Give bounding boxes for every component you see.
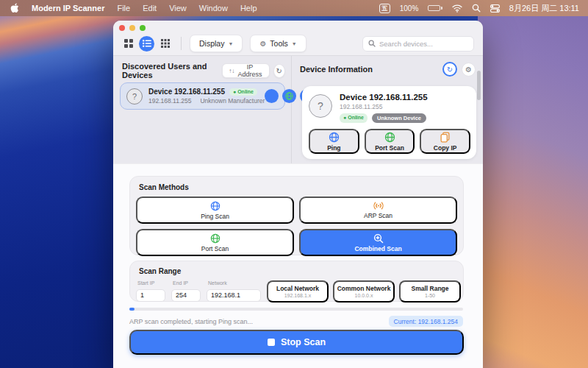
device-information-panel: Device Information ↻ ⚙ ? Device 192.168.…	[292, 56, 483, 163]
local-network-label: Local Network	[276, 285, 319, 292]
menu-bar: Modern IP Scanner File Edit View Window …	[0, 0, 588, 16]
menu-edit[interactable]: Edit	[143, 4, 157, 13]
globe-blue-icon	[329, 132, 340, 143]
window-titlebar: Display ▼ ⚙ Tools ▼	[113, 21, 483, 56]
info-device-ip: 192.168.11.255	[340, 103, 428, 110]
network-label: Network	[208, 280, 261, 286]
end-ip-input[interactable]	[171, 289, 201, 302]
combined-scan-label: Combined Scan	[354, 245, 401, 252]
port-scan-method-button[interactable]: Port Scan	[136, 229, 294, 256]
minimize-button[interactable]	[129, 25, 135, 31]
wifi-icon[interactable]	[452, 4, 462, 13]
stop-scan-label: Stop Scan	[281, 337, 326, 347]
display-dropdown[interactable]: Display ▼	[190, 35, 243, 52]
display-dropdown-label: Display	[199, 39, 224, 48]
scan-range-section: Scan Range Start IP End IP Network Local…	[129, 261, 464, 302]
ping-button[interactable]: Ping	[309, 129, 359, 154]
scan-progress-fill	[129, 308, 135, 311]
local-network-sub: 192.168.1.x	[284, 293, 312, 298]
magnifier-plus-icon	[373, 233, 384, 244]
menubar-clock[interactable]: 8月26日 周二 13:11	[509, 3, 579, 14]
row-ping-button[interactable]	[265, 89, 279, 103]
small-range-label: Small Range	[411, 285, 448, 292]
list-view-icon[interactable]	[139, 36, 154, 52]
scan-methods-title: Scan Methods	[139, 183, 457, 191]
menu-view[interactable]: View	[169, 4, 187, 13]
unknown-device-icon: ?	[309, 94, 332, 118]
network-input[interactable]	[207, 289, 261, 302]
start-ip-label: Start IP	[137, 280, 165, 286]
port-scan-label: Port Scan	[375, 144, 404, 152]
start-ip-field: Start IP	[136, 280, 165, 302]
end-ip-field: End IP	[171, 280, 201, 302]
menu-help[interactable]: Help	[240, 4, 257, 13]
common-network-label: Common Network	[337, 285, 391, 292]
traffic-lights	[119, 25, 146, 31]
ping-label: Ping	[327, 144, 340, 152]
control-center-icon[interactable]	[490, 4, 500, 13]
arp-scan-label: ARP Scan	[364, 212, 392, 219]
menu-window[interactable]: Window	[199, 4, 228, 13]
network-field: Network	[207, 280, 261, 302]
globe-blue-icon	[210, 201, 220, 211]
scan-progress-bar	[129, 308, 463, 311]
globe-green-icon	[384, 132, 395, 143]
refresh-info-button[interactable]: ↻	[442, 62, 457, 77]
desktop-wallpaper-right	[478, 0, 588, 368]
battery-percentage: 100%	[400, 4, 419, 13]
menubar-app-name[interactable]: Modern IP Scanner	[32, 4, 104, 13]
port-scan-button[interactable]: Port Scan	[365, 129, 415, 154]
app-window: Display ▼ ⚙ Tools ▼ Discovered Users and…	[113, 21, 483, 368]
device-type-badge: Unknown Device	[372, 113, 426, 123]
discovered-devices-title: Discovered Users and Devices	[122, 62, 222, 79]
chevron-down-icon: ▼	[228, 41, 233, 46]
scan-controls-sheet: Scan Methods Ping Scan ARP Scan	[113, 164, 483, 368]
search-icon	[368, 40, 376, 47]
online-status-badge: ● Online	[340, 113, 368, 123]
clipboard-copy-icon	[440, 132, 450, 143]
compact-grid-view-icon[interactable]	[157, 36, 173, 52]
info-device-name: Device 192.168.11.255	[340, 93, 428, 102]
sort-by-ip-button[interactable]: ↑↓ IP Address	[222, 63, 269, 78]
online-status-text: Online	[237, 89, 254, 94]
copy-ip-label: Copy IP	[434, 144, 457, 152]
stop-icon	[268, 339, 275, 346]
start-ip-input[interactable]	[136, 289, 165, 302]
spotlight-search-icon[interactable]	[472, 4, 481, 13]
arp-scan-button[interactable]: ARP Scan	[299, 197, 457, 224]
apple-menu-icon[interactable]	[10, 3, 19, 13]
sort-label: IP Address	[237, 63, 262, 78]
main-panels: Discovered Users and Devices ↑↓ IP Addre…	[113, 56, 483, 163]
device-name: Device 192.168.11.255	[148, 88, 225, 96]
zoom-button[interactable]	[140, 25, 146, 31]
small-range-preset[interactable]: Small Range 1-50	[399, 280, 461, 302]
scan-status-message: ARP scan completed, starting Ping scan..…	[129, 318, 253, 325]
common-network-sub: 10.0.0.x	[355, 293, 373, 298]
device-ip: 192.168.11.255	[148, 97, 191, 105]
tools-dropdown[interactable]: ⚙ Tools ▼	[250, 35, 306, 52]
common-network-preset[interactable]: Common Network 10.0.0.x	[333, 280, 395, 302]
info-settings-button[interactable]: ⚙	[462, 63, 476, 77]
device-information-title: Device Information	[300, 65, 373, 74]
device-search-field[interactable]	[362, 36, 474, 52]
search-input[interactable]	[379, 40, 460, 48]
chevron-down-icon: ▼	[292, 41, 297, 46]
panel-scrollbar[interactable]	[477, 71, 481, 100]
device-list-item[interactable]: ? Device 192.168.11.255 ● Online 192.168…	[120, 82, 285, 110]
copy-ip-button[interactable]: Copy IP	[420, 129, 470, 154]
input-method-badge[interactable]: 五	[379, 4, 390, 13]
stop-scan-button[interactable]: Stop Scan	[129, 330, 464, 355]
discovered-devices-panel: Discovered Users and Devices ↑↓ IP Addre…	[113, 56, 292, 163]
combined-scan-button[interactable]: Combined Scan	[299, 229, 457, 256]
scan-range-title: Scan Range	[139, 267, 457, 275]
scan-methods-section: Scan Methods Ping Scan ARP Scan	[129, 176, 464, 255]
refresh-list-button[interactable]: ↻	[273, 64, 285, 78]
online-status-text: Online	[348, 115, 364, 120]
close-button[interactable]	[119, 25, 125, 31]
ping-scan-button[interactable]: Ping Scan	[136, 197, 294, 224]
local-network-preset[interactable]: Local Network 192.168.1.x	[267, 280, 329, 302]
grid-view-icon[interactable]	[121, 36, 136, 52]
device-manufacturer: Unknown Manufacturer	[200, 97, 265, 105]
menu-file[interactable]: File	[117, 4, 130, 13]
ping-scan-label: Ping Scan	[201, 213, 229, 220]
